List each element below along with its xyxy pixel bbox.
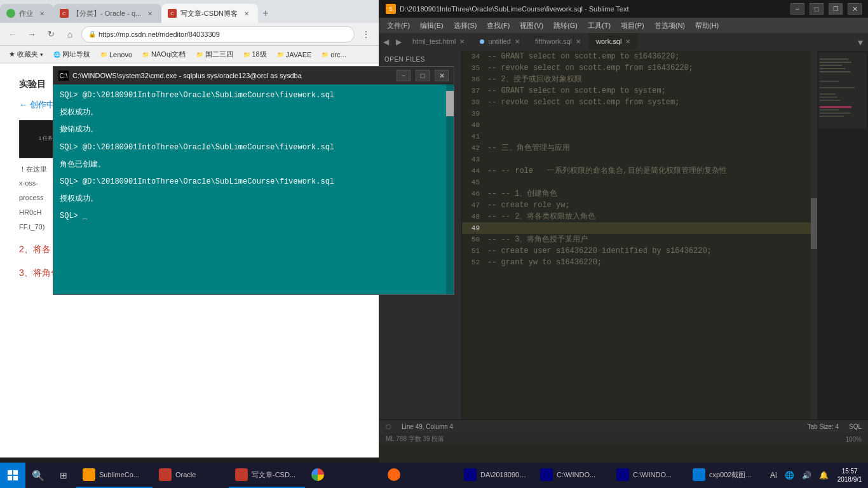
cmd-line-12 <box>60 188 447 193</box>
tray-clock[interactable]: 15:57 2018/9/1 <box>834 467 866 484</box>
menu-button[interactable]: ⋮ <box>358 27 374 42</box>
editor-line-47: 47 -- create role yw; <box>462 200 817 211</box>
menu-preferences[interactable]: 首选项(N) <box>649 20 690 32</box>
menu-project[interactable]: 项目(P) <box>616 20 649 32</box>
taskbar-app-cmd2-icon <box>540 468 553 481</box>
cmd-content[interactable]: SQL> @D:\20180901IntoThree\Oracle\SubLim… <box>53 85 454 294</box>
sublime-maximize-button[interactable]: □ <box>810 3 824 15</box>
tray-notification-icon[interactable]: 🔔 <box>817 470 831 481</box>
bookmark-guoersan[interactable]: 📁 国二三四 <box>193 48 237 60</box>
tab-untitled-close[interactable]: ✕ <box>515 38 520 45</box>
tray-network-icon[interactable]: 🌐 <box>782 470 797 481</box>
cmd-minimize-button[interactable]: − <box>397 70 410 81</box>
menu-tools[interactable]: 工具(T) <box>583 20 616 32</box>
home-button[interactable]: ⌂ <box>62 27 78 42</box>
taskbar-app-cmd2[interactable]: C:\WINDO... <box>534 463 610 488</box>
browser-tab-1[interactable]: 作业 ✕ <box>0 4 53 23</box>
minimap[interactable] <box>817 51 868 419</box>
bookmark-18ji[interactable]: 📁 18级 <box>240 48 271 60</box>
taskbar-app-oracle[interactable]: Oracle <box>153 463 229 488</box>
cmd-line-15: SQL> _ <box>60 210 447 222</box>
code-editor[interactable]: 34 -- GRANT select on scott.emp to s1643… <box>462 51 817 419</box>
browser-tab-3[interactable]: C 写文章-CSDN博客 ✕ <box>161 4 258 23</box>
tab-untitled[interactable]: untitled ✕ <box>472 33 527 50</box>
taskbar-app-firefox[interactable] <box>381 463 458 488</box>
browser-chrome: 作业 ✕ C 【分类】- Oracle - q... ✕ C 写文章-CSDN博… <box>0 0 379 64</box>
tab-close-2[interactable]: ✕ <box>145 8 155 18</box>
menu-file[interactable]: 文件(F) <box>382 20 415 32</box>
tab-fifthwork-close[interactable]: ✕ <box>576 38 581 45</box>
bookmark-orc[interactable]: 📁 orc... <box>318 50 349 60</box>
start-button[interactable] <box>0 463 25 488</box>
menu-select[interactable]: 选择(S) <box>449 20 482 32</box>
editor-line-50: 50 -- -- 3、将角色授予某用户 <box>462 234 817 245</box>
menu-edit[interactable]: 编辑(E) <box>415 20 449 32</box>
sublime-title: D:\20180901IntoThree\Oracle\SubLimeCours… <box>400 5 785 13</box>
volume-icon: 🔊 <box>802 471 811 480</box>
sidebar-toggle-right[interactable]: ▶ <box>392 33 405 51</box>
minimap-svg <box>818 52 867 418</box>
tab-html-test[interactable]: html_test.html ✕ <box>405 33 472 50</box>
tray-volume-icon[interactable]: 🔊 <box>799 470 814 481</box>
tab-work-close[interactable]: ✕ <box>625 38 630 45</box>
editor-line-44: 44 -- -- role 一系列权限的命名集合,目的是简化权限管理的复杂性 <box>462 165 817 177</box>
bookmark-nav[interactable]: 🌐 网址导航 <box>50 48 94 60</box>
editor-scrollbar[interactable] <box>811 51 817 419</box>
cmd-line-6 <box>60 137 447 142</box>
tab-html-test-close[interactable]: ✕ <box>459 38 465 45</box>
tab-close-3[interactable]: ✕ <box>241 8 252 18</box>
back-button[interactable]: ← <box>5 27 20 42</box>
menu-view[interactable]: 视图(V) <box>515 20 548 32</box>
taskbar-app-cxp[interactable]: cxp002截图... <box>686 463 763 488</box>
svg-rect-19 <box>13 476 18 480</box>
tab-close-1[interactable]: ✕ <box>37 8 47 18</box>
sidebar-toggle[interactable]: ◀ <box>379 33 392 51</box>
taskbar-search-icon[interactable]: 🔍 <box>25 463 51 488</box>
sublime-icon: S <box>386 4 396 14</box>
cmd-close-button[interactable]: ✕ <box>435 70 449 81</box>
editor-line-52: 52 -- grant yw to s16436220; <box>462 257 817 268</box>
cmd-maximize-button[interactable]: □ <box>416 70 430 81</box>
cmd-line-3: 授权成功。 <box>60 107 447 119</box>
bookmark-favorites[interactable]: ★ 收藏夹 ▾ <box>5 48 47 60</box>
tab-fifthwork[interactable]: fifthwork.sql ✕ <box>527 33 588 50</box>
sublime-minimize-button[interactable]: − <box>790 3 804 15</box>
bookmark-javaee[interactable]: 📁 JAVAEE <box>273 50 316 60</box>
taskbar-app-cmd1[interactable]: DA\20180901... <box>458 463 534 488</box>
cmd-line-2 <box>60 102 447 107</box>
open-files-title: OPEN FILES <box>382 56 459 63</box>
cmd-line-8 <box>60 154 447 159</box>
notification-icon: 🔔 <box>819 471 829 480</box>
editor-line-48: 48 -- -- 2、将各类权限放入角色 <box>462 211 817 222</box>
cmd-scrollbar[interactable] <box>446 85 454 294</box>
tab-dropdown-button[interactable]: ▾ <box>853 33 868 51</box>
taskbar-app-csdn[interactable]: 写文章-CSD... <box>229 463 305 488</box>
taskbar-app-sublimeco[interactable]: SublimeCo... <box>76 463 153 488</box>
system-tray: Ai 🌐 🔊 🔔 15:57 2018/9/1 <box>763 463 868 488</box>
sublime-restore-button[interactable]: ❐ <box>829 3 843 15</box>
tray-input-lang[interactable]: Ai <box>768 470 780 481</box>
new-tab-button[interactable]: + <box>258 4 273 23</box>
forward-button[interactable]: → <box>24 27 39 42</box>
sublime-tab-region: ◀ ▶ html_test.html ✕ untitled ✕ fifthwor… <box>379 33 868 51</box>
browser-tab-2[interactable]: C 【分类】- Oracle - q... ✕ <box>53 4 161 23</box>
taskbar-task-view-icon[interactable]: ⊞ <box>51 463 76 488</box>
taskbar-app-chrome[interactable] <box>305 463 381 488</box>
taskbar-app-cmd3[interactable]: C:\WINDO... <box>610 463 686 488</box>
cmd-scrollbar-thumb <box>446 91 454 116</box>
taskbar-app-oracle-icon <box>159 468 172 481</box>
tab-work[interactable]: work.sql ✕ <box>588 33 638 50</box>
editor-scrollbar-thumb <box>811 198 817 249</box>
menu-goto[interactable]: 跳转(G) <box>548 20 583 32</box>
bookmark-naoqi[interactable]: 📁 NAOqi文档 <box>139 48 189 60</box>
taskbar-app-sublimeco-icon <box>83 468 95 481</box>
bookmark-lenovo[interactable]: 📁 Lenovo <box>97 50 136 60</box>
menu-help[interactable]: 帮助(H) <box>690 20 724 32</box>
editor-line-51: 51 -- create user s16436220 identified b… <box>462 245 817 257</box>
sublime-close-button[interactable]: ✕ <box>848 3 862 15</box>
status-file-indicator: ⬡ <box>386 423 391 430</box>
menu-find[interactable]: 查找(F) <box>482 20 515 32</box>
address-bar[interactable]: 🔒 https://mp.csdn.net/mdeditor/84033309 <box>81 26 355 43</box>
reload-button[interactable]: ↻ <box>43 27 58 42</box>
network-icon: 🌐 <box>785 471 794 480</box>
